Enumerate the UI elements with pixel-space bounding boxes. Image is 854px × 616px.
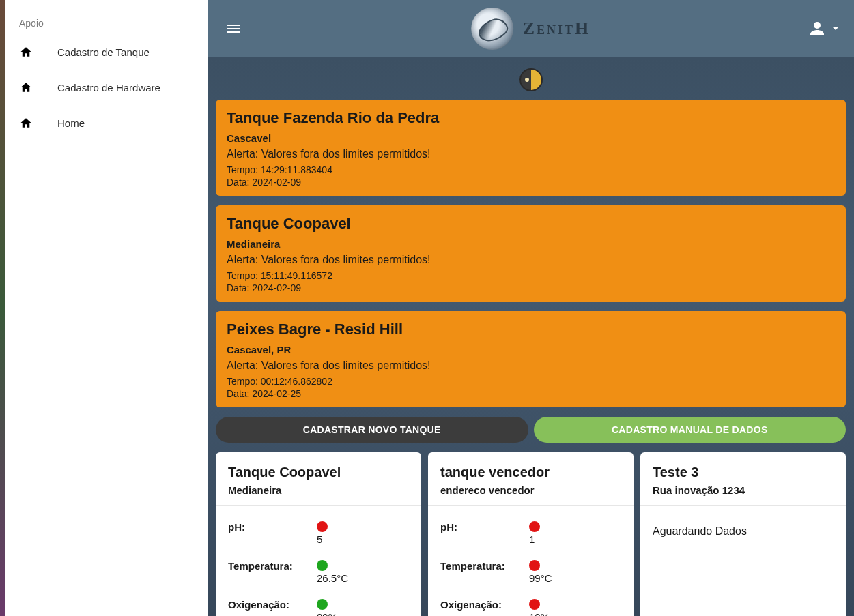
chevron-down-icon — [832, 27, 839, 30]
brand-name: ZenitH — [523, 18, 591, 39]
tank-title: Teste 3 — [653, 465, 834, 480]
content-area: ZenitH Tanque Fazenda Rio da Pedra Casca… — [208, 0, 854, 616]
new-tank-button[interactable]: CADASTRAR NOVO TANQUE — [216, 417, 528, 443]
user-menu-button[interactable] — [803, 16, 844, 41]
alert-time: Tempo: 00:12:46.862802 — [227, 376, 835, 387]
metric-label: pH: — [228, 521, 317, 533]
metric-value: 89% — [317, 599, 337, 616]
status-dot-icon — [529, 521, 540, 532]
alert-title: Tanque Fazenda Rio da Pedra — [227, 109, 835, 127]
menu-icon — [225, 20, 242, 37]
metric-label: pH: — [440, 521, 529, 533]
tank-card[interactable]: Tanque Coopavel Medianeira pH: 5 Tempera… — [216, 452, 421, 616]
status-dot-icon — [317, 599, 328, 610]
tank-card-body: pH: 1 Temperatura: 99°C — [428, 506, 634, 616]
sidebar-section-header: Apoio — [5, 12, 208, 34]
home-icon — [19, 79, 38, 96]
tank-card-body: Aguardando Dados — [640, 506, 846, 554]
tank-subtitle: endereco vencedor — [440, 484, 621, 496]
tank-title: tanque vencedor — [440, 465, 621, 480]
alert-title: Peixes Bagre - Resid Hill — [227, 321, 835, 338]
metric-value: 26.5°C — [317, 560, 348, 584]
metric-row-temperatura: Temperatura: 99°C — [440, 560, 621, 584]
alert-date: Data: 2024-02-09 — [227, 282, 835, 293]
os-activity-strip — [0, 0, 5, 616]
status-dot-icon — [529, 599, 540, 610]
sidebar: Apoio Cadastro de Tanque Cadastro de Har… — [5, 0, 208, 616]
status-dot-icon — [529, 560, 540, 571]
waiting-data-text: Aguardando Dados — [653, 521, 834, 542]
alert-date: Data: 2024-02-25 — [227, 388, 835, 399]
sidebar-item-home[interactable]: Home — [5, 105, 208, 141]
tank-subtitle: Rua inovação 1234 — [653, 484, 834, 496]
sidebar-item-cadastro-tanque[interactable]: Cadastro de Tanque — [5, 34, 208, 70]
home-icon — [19, 44, 38, 60]
main-scroll-area[interactable]: Tanque Fazenda Rio da Pedra Cascavel Ale… — [208, 57, 854, 616]
tank-card-body: pH: 5 Temperatura: 26.5°C — [216, 506, 421, 616]
alert-time: Tempo: 14:29:11.883404 — [227, 164, 835, 175]
home-icon — [19, 115, 38, 131]
alert-card[interactable]: Tanque Coopavel Medianeira Alerta: Valor… — [216, 205, 846, 302]
tank-card-header: Tanque Coopavel Medianeira — [216, 452, 421, 506]
tank-grid: Tanque Coopavel Medianeira pH: 5 Tempera… — [216, 452, 846, 616]
metric-value: 99°C — [529, 560, 552, 584]
metric-row-ph: pH: 5 — [228, 521, 409, 545]
person-icon — [809, 20, 825, 37]
metric-value: 1 — [529, 521, 540, 545]
theme-toggle-button[interactable] — [519, 68, 543, 91]
sidebar-item-label: Cadastro de Tanque — [57, 46, 150, 58]
alert-card[interactable]: Peixes Bagre - Resid Hill Cascavel, PR A… — [216, 311, 846, 407]
metric-label: Temperatura: — [228, 560, 317, 572]
action-button-row: CADASTRAR NOVO TANQUE CADASTRO MANUAL DE… — [216, 417, 846, 443]
hamburger-menu-button[interactable] — [217, 12, 250, 45]
metric-label: Temperatura: — [440, 560, 529, 572]
brand-logo-icon — [471, 8, 513, 50]
metric-label: Oxigenação: — [228, 599, 317, 611]
tank-card-header: Teste 3 Rua inovação 1234 — [640, 452, 846, 506]
topbar: ZenitH — [208, 0, 854, 57]
alert-time: Tempo: 15:11:49.116572 — [227, 270, 835, 281]
sidebar-item-cadastro-hardware[interactable]: Cadastro de Hardware — [5, 70, 208, 105]
alert-location: Medianeira — [227, 238, 835, 250]
sidebar-item-label: Home — [57, 117, 85, 129]
tank-card[interactable]: tanque vencedor endereco vencedor pH: 1 … — [428, 452, 634, 616]
alert-message: Alerta: Valores fora dos limites permiti… — [227, 254, 835, 266]
metric-value: 10% — [529, 599, 550, 616]
status-dot-icon — [317, 560, 328, 571]
tank-card-header: tanque vencedor endereco vencedor — [428, 452, 634, 506]
alert-message: Alerta: Valores fora dos limites permiti… — [227, 360, 835, 372]
tank-title: Tanque Coopavel — [228, 465, 409, 480]
metric-label: Oxigenação: — [440, 599, 529, 611]
metric-row-temperatura: Temperatura: 26.5°C — [228, 560, 409, 584]
metric-row-oxigenacao: Oxigenação: 10% — [440, 599, 621, 616]
brand: ZenitH — [471, 8, 591, 50]
alert-date: Data: 2024-02-09 — [227, 177, 835, 188]
status-dot-icon — [317, 521, 328, 532]
alert-location: Cascavel, PR — [227, 344, 835, 355]
alert-card[interactable]: Tanque Fazenda Rio da Pedra Cascavel Ale… — [216, 100, 846, 196]
tank-card[interactable]: Teste 3 Rua inovação 1234 Aguardando Dad… — [640, 452, 846, 616]
theme-toggle-row — [216, 64, 846, 100]
metric-row-oxigenacao: Oxigenação: 89% — [228, 599, 409, 616]
sidebar-item-label: Cadastro de Hardware — [57, 82, 160, 93]
metric-row-ph: pH: 1 — [440, 521, 621, 545]
manual-data-button[interactable]: CADASTRO MANUAL DE DADOS — [534, 417, 846, 443]
alert-title: Tanque Coopavel — [227, 215, 835, 233]
alert-message: Alerta: Valores fora dos limites permiti… — [227, 148, 835, 160]
alert-location: Cascavel — [227, 132, 835, 144]
tank-subtitle: Medianeira — [228, 484, 409, 496]
metric-value: 5 — [317, 521, 328, 545]
